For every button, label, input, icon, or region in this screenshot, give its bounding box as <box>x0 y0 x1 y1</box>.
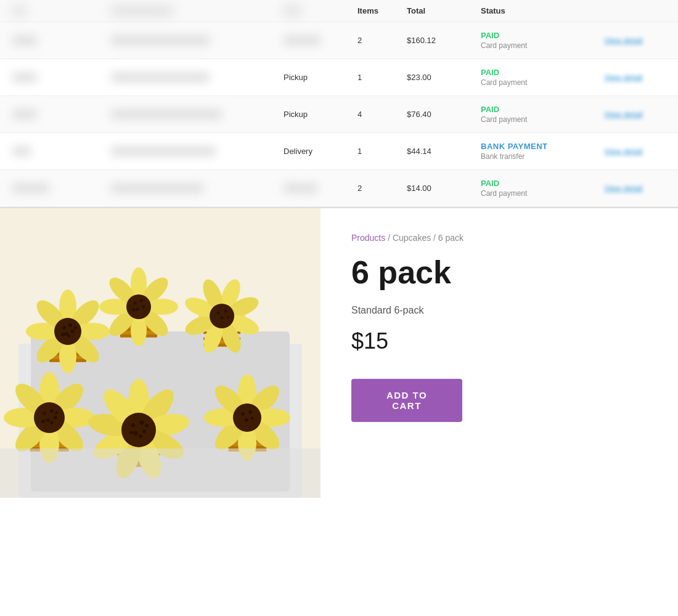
view-detail-link[interactable]: View detail <box>604 147 643 156</box>
payment-method: Card payment <box>481 41 604 50</box>
svg-point-92 <box>131 423 136 428</box>
breadcrumb-current: 6 pack <box>438 233 464 243</box>
table-row: Delivery 1 $44.14 BANK PAYMENT Bank tran… <box>0 133 678 170</box>
status-badge: PAID <box>481 31 604 40</box>
row-action[interactable]: View detail <box>604 36 678 45</box>
svg-point-70 <box>34 402 65 433</box>
row-name <box>111 73 284 82</box>
row-total: $23.00 <box>407 73 481 82</box>
row-action[interactable]: View detail <box>604 110 678 119</box>
col-action-header <box>604 6 678 15</box>
svg-point-74 <box>54 416 57 419</box>
view-detail-link[interactable]: View detail <box>604 73 643 82</box>
breadcrumb-separator: / <box>385 233 393 243</box>
row-id <box>12 184 111 193</box>
col-items-header: Items <box>357 6 407 15</box>
view-detail-link[interactable]: View detail <box>604 110 643 119</box>
row-name <box>111 36 284 45</box>
row-action[interactable]: View detail <box>604 184 678 193</box>
row-type: Pickup <box>284 36 357 45</box>
col-type-header: Type <box>284 6 357 15</box>
svg-point-95 <box>142 429 146 433</box>
status-badge: BANK PAYMENT <box>481 142 604 151</box>
table-row: Pickup 4 $76.40 PAID Card payment View d… <box>0 96 678 133</box>
svg-point-94 <box>134 431 138 436</box>
row-status: BANK PAYMENT Bank transfer <box>481 142 604 161</box>
view-detail-link[interactable]: View detail <box>604 36 643 45</box>
product-price: $15 <box>351 328 647 354</box>
row-type: Pickup <box>284 110 357 119</box>
product-title: 6 pack <box>351 255 647 290</box>
svg-point-72 <box>50 409 54 413</box>
svg-point-76 <box>51 421 54 424</box>
orders-table: ### ############## Type Items Total Stat… <box>0 0 678 207</box>
svg-point-53 <box>210 304 234 328</box>
add-to-cart-button[interactable]: ADD TO CART <box>351 379 462 422</box>
product-section: Products / Cupcakes / 6 pack 6 pack Stan… <box>0 207 678 496</box>
row-items: 1 <box>357 147 407 156</box>
row-total: $14.00 <box>407 184 481 193</box>
payment-method: Card payment <box>481 78 604 87</box>
row-type: Pickup <box>284 73 357 82</box>
row-status: PAID Card payment <box>481 105 604 124</box>
row-id <box>12 73 111 82</box>
svg-point-71 <box>43 411 46 415</box>
product-image <box>0 208 321 498</box>
svg-point-114 <box>245 418 248 422</box>
breadcrumb: Products / Cupcakes / 6 pack <box>351 233 647 243</box>
product-details: Products / Cupcakes / 6 pack 6 pack Stan… <box>321 208 678 496</box>
svg-point-75 <box>41 419 45 423</box>
svg-point-97 <box>139 434 142 438</box>
status-badge: PAID <box>481 105 604 114</box>
table-row: Pickup 2 $160.12 PAID Card payment View … <box>0 22 678 59</box>
payment-method: Card payment <box>481 189 604 198</box>
row-action[interactable]: View detail <box>604 73 678 82</box>
row-name <box>111 110 284 119</box>
row-items: 2 <box>357 36 407 45</box>
svg-point-55 <box>224 310 227 313</box>
svg-point-113 <box>248 410 252 414</box>
svg-point-35 <box>126 294 151 319</box>
row-status: PAID Card payment <box>481 68 604 87</box>
status-badge: PAID <box>481 68 604 77</box>
col-name-header: ############## <box>111 6 284 15</box>
svg-point-115 <box>251 417 254 420</box>
row-total: $76.40 <box>407 110 481 119</box>
svg-point-112 <box>241 412 245 416</box>
svg-point-18 <box>65 332 68 336</box>
col-total-header: Total <box>407 6 481 15</box>
breadcrumb-category: Cupcakes <box>393 233 431 243</box>
view-detail-link[interactable]: View detail <box>604 184 643 193</box>
status-badge: PAID <box>481 179 604 188</box>
breadcrumb-products-link[interactable]: Products <box>351 233 385 243</box>
svg-point-20 <box>61 333 65 336</box>
svg-point-38 <box>136 308 139 311</box>
svg-point-73 <box>46 418 50 422</box>
row-action[interactable]: View detail <box>604 147 678 156</box>
table-row: elivery 2 $14.00 PAID Card payment View … <box>0 170 678 207</box>
svg-point-22 <box>74 326 77 330</box>
table-row: Pickup 1 $23.00 PAID Card payment View d… <box>0 59 678 96</box>
svg-point-93 <box>140 421 144 425</box>
svg-point-54 <box>217 312 220 315</box>
svg-point-37 <box>140 299 143 302</box>
svg-point-91 <box>121 413 156 447</box>
breadcrumb-separator2: / <box>431 233 438 243</box>
svg-point-77 <box>55 411 59 415</box>
svg-point-111 <box>233 403 261 432</box>
row-total: $160.12 <box>407 36 481 45</box>
row-items: 1 <box>357 73 407 82</box>
svg-point-36 <box>134 302 137 305</box>
svg-point-19 <box>71 330 75 333</box>
row-name <box>111 147 284 156</box>
table-header-row: ### ############## Type Items Total Stat… <box>0 0 678 22</box>
svg-point-56 <box>221 317 224 320</box>
svg-point-96 <box>129 431 133 434</box>
row-id <box>12 110 111 119</box>
product-subtitle: Standard 6-pack <box>351 305 647 316</box>
svg-point-98 <box>145 424 149 428</box>
svg-point-17 <box>68 323 72 327</box>
svg-point-16 <box>62 326 66 330</box>
col-id-header: ### <box>12 6 111 15</box>
row-items: 2 <box>357 184 407 193</box>
